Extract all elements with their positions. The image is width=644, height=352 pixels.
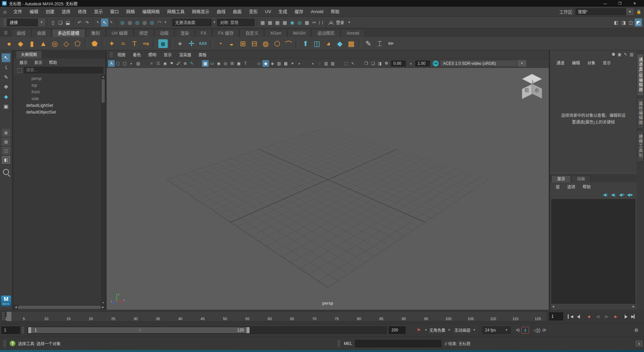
render-setup-icon[interactable]: ▦: [303, 18, 311, 27]
snap-view-plane-icon[interactable]: ◎: [148, 18, 156, 27]
pane-layout-icon-2[interactable]: ❏: [370, 60, 376, 67]
menu-item[interactable]: 网格显示: [188, 7, 213, 16]
wireframe-on-shaded-icon[interactable]: ◈: [269, 60, 276, 67]
origin-icon[interactable]: 0,0,0: [197, 38, 209, 49]
active-surface-field[interactable]: 无激活曲面: [172, 19, 212, 26]
shelf-tab[interactable]: 动画: [154, 29, 174, 37]
move-layer-down-icon[interactable]: ◀↓: [610, 190, 618, 199]
light-editor-icon[interactable]: ◎: [296, 18, 303, 27]
vp-sep-4[interactable]: [303, 60, 309, 67]
lock-camera-icon[interactable]: ⚿: [155, 60, 162, 67]
vp-sep-3[interactable]: [249, 60, 256, 67]
menu-item[interactable]: 修改: [74, 7, 90, 16]
film-gate-icon[interactable]: ▭: [209, 60, 215, 67]
snap-caret-icon[interactable]: ▼: [163, 18, 168, 27]
new-layer-from-selected-icon[interactable]: ◀●: [626, 190, 634, 199]
align-icon[interactable]: ⌖: [174, 38, 186, 49]
gate-mask-icon[interactable]: ◎: [222, 60, 229, 67]
pan-zoom-icon[interactable]: ⊕: [182, 60, 189, 67]
select-camera-icon[interactable]: ⌗: [148, 60, 155, 67]
play-backwards-button[interactable]: ◁: [593, 312, 602, 320]
playback-start-field[interactable]: 1: [1, 326, 20, 334]
range-center-grip[interactable]: [139, 328, 141, 332]
shelf-sep-6[interactable]: [296, 39, 299, 49]
snap-point-icon[interactable]: ◎: [133, 18, 141, 27]
layout-single-pane[interactable]: ▣: [2, 129, 10, 136]
save-scene-icon[interactable]: ⬓: [64, 18, 71, 27]
menu-item[interactable]: 显示: [90, 7, 106, 16]
range-slider-active-range[interactable]: 1 120: [28, 327, 250, 333]
layout-boxes-icon[interactable]: ▥: [629, 50, 635, 58]
flat-shade-icon[interactable]: ▤: [135, 60, 142, 67]
poly-plane-icon[interactable]: ◇: [60, 38, 72, 49]
pane-layout-icon-3[interactable]: ◨: [376, 60, 383, 67]
outliner-horizontal-scrollbar[interactable]: ◀ ▶: [13, 305, 105, 310]
super-shape-icon[interactable]: ✦: [106, 38, 117, 49]
layer-editor-tab[interactable]: 动画: [571, 175, 591, 182]
edit-pencil-icon[interactable]: ✎: [623, 50, 629, 58]
workspace-lock-icon[interactable]: 🔒: [636, 9, 641, 14]
selection-filter-icon[interactable]: [17, 68, 22, 73]
set-key-icon[interactable]: ⚑: [415, 326, 422, 334]
outliner-item[interactable]: persp: [13, 75, 101, 82]
boolean-icon[interactable]: ◍: [260, 38, 271, 49]
gamma-icon[interactable]: ◑: [407, 60, 414, 67]
select-tool[interactable]: ↖: [2, 53, 10, 62]
smooth-shade-icon[interactable]: ◆: [262, 60, 269, 67]
exposure-field[interactable]: 0.00: [391, 60, 406, 67]
sidebar-vertical-tab[interactable]: 通道盒/层编辑器: [637, 54, 644, 96]
menu-item[interactable]: 创建: [42, 7, 58, 16]
textured-icon[interactable]: ▨: [276, 60, 282, 67]
scroll-right-icon[interactable]: ▶: [631, 304, 636, 309]
menu-item[interactable]: 编辑: [26, 7, 42, 16]
scroll-right-icon[interactable]: ▶: [101, 305, 105, 310]
vp-sep-5[interactable]: [336, 60, 343, 67]
login-button[interactable]: 登录: [328, 18, 345, 27]
mirror-icon[interactable]: ◫: [311, 38, 323, 49]
outliner-item[interactable]: front: [13, 89, 101, 95]
scrollbar-thumb[interactable]: [102, 79, 105, 103]
snap-curve-icon[interactable]: ◎: [126, 18, 133, 27]
workspace-caret-icon[interactable]: ▼: [626, 8, 634, 15]
anim-preview-icon[interactable]: A: [108, 60, 115, 67]
image-plane-icon[interactable]: 🖉: [175, 60, 182, 67]
channelbox-menu-item[interactable]: 编辑: [568, 60, 584, 65]
poly-cone-icon[interactable]: ▲: [38, 38, 49, 49]
sweep-mesh-icon[interactable]: ≈: [117, 38, 129, 49]
isolate-select-icon[interactable]: ⬚: [343, 60, 350, 67]
type-text-icon[interactable]: T: [129, 38, 140, 49]
shelf-tab[interactable]: 雕刻: [86, 29, 106, 37]
safe-action-icon[interactable]: ▣: [235, 60, 242, 67]
shelf-tab[interactable]: 渲染: [175, 29, 195, 37]
outliner-item[interactable]: defaultObjectSet: [13, 109, 101, 116]
colorspace-caret-icon[interactable]: ▼: [518, 60, 526, 67]
lighting-icon[interactable]: ☀: [289, 60, 296, 67]
target-weld-icon[interactable]: ◒: [226, 38, 237, 49]
ipr-render-icon[interactable]: ▦: [274, 18, 281, 27]
shelf-tab[interactable]: 运动图形: [312, 29, 340, 37]
shelf-sep-3[interactable]: [153, 39, 156, 49]
go-to-start-button[interactable]: ▎◀: [566, 312, 575, 320]
viewport-menu-item[interactable]: 显示: [160, 52, 175, 57]
shelf-tab[interactable]: 曲线: [11, 29, 31, 37]
texture-view-icon[interactable]: ▢: [115, 60, 121, 67]
layer-editor-tab[interactable]: 显示: [551, 175, 571, 182]
menu-item[interactable]: UV: [261, 7, 275, 16]
workspace-dropdown[interactable]: 常规*: [576, 8, 626, 15]
shelf-tab[interactable]: 曲面: [32, 29, 52, 37]
viewport-menu-item[interactable]: 着色: [129, 52, 145, 57]
maximize-button[interactable]: ❐: [612, 0, 627, 7]
screen-ao-icon[interactable]: ◖: [309, 60, 316, 67]
exposure-icon[interactable]: ❂: [383, 60, 390, 67]
depth-peel-icon[interactable]: ▧: [329, 60, 336, 67]
sidebar-toolbox-toggle-icon[interactable]: ◨: [620, 18, 627, 27]
snap-grid-icon[interactable]: ◎: [119, 18, 126, 27]
go-to-end-button[interactable]: ▶▎: [629, 312, 638, 320]
menu-item[interactable]: 曲线: [213, 7, 229, 16]
shelf-tab[interactable]: 多边形建模: [52, 29, 85, 37]
character-set-dropdown[interactable]: 无角色集 ▼: [429, 327, 450, 333]
shelf-sep-7[interactable]: [358, 39, 361, 49]
rotate-tool[interactable]: ◆: [2, 92, 10, 101]
shelf-tab[interactable]: 绑定: [134, 29, 154, 37]
surface-caret-icon[interactable]: ▼: [212, 18, 217, 27]
